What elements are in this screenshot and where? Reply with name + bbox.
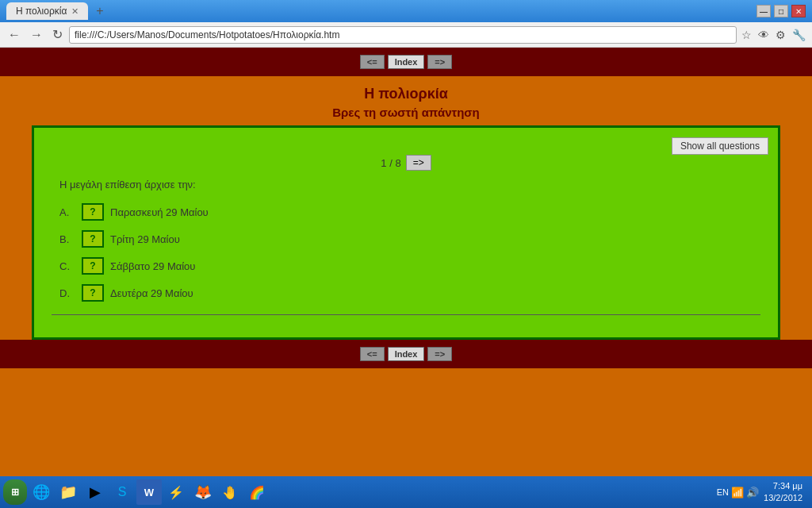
- tab-title: Η πολιορκία: [16, 6, 67, 17]
- page-title-area: Η πολιορκία Βρες τη σωστή απάντηση: [0, 76, 812, 125]
- clock-time: 7:34 μμ: [764, 480, 802, 492]
- address-bar[interactable]: [69, 26, 737, 44]
- answer-label-b: B.: [59, 233, 75, 245]
- bottom-next-button[interactable]: =>: [427, 347, 452, 361]
- page-subtitle: Βρες τη σωστή απάντηση: [0, 106, 812, 119]
- answer-label-a: A.: [59, 206, 75, 218]
- answer-button-c[interactable]: ?: [82, 257, 104, 275]
- question-navigation: 1 / 8 =>: [44, 155, 768, 171]
- taskbar-word-icon[interactable]: W: [136, 479, 162, 505]
- answer-text-d: Δευτέρα 29 Μαίου: [110, 287, 193, 299]
- answer-row-c: C. ? Σάββατο 29 Μαίου: [59, 257, 753, 275]
- answer-options: A. ? Παρασκευή 29 Μαίου B. ? Τρίτη 29 Μα…: [59, 203, 753, 302]
- show-all-questions-button[interactable]: Show all questions: [672, 137, 768, 155]
- navigation-bar: ← → ↻ ☆ 👁 ⚙ 🔧: [0, 22, 812, 48]
- bottom-prev-button[interactable]: <=: [360, 347, 385, 361]
- taskbar-skype-icon[interactable]: S: [109, 479, 135, 505]
- top-next-button[interactable]: =>: [427, 55, 452, 69]
- bookmark-star-icon[interactable]: ☆: [740, 27, 753, 43]
- system-tray: EN 📶 🔊 7:34 μμ 13/2/2012: [710, 480, 809, 505]
- browser-chrome: Η πολιορκία ✕ + — □ ✕ ← → ↻ ☆ 👁 ⚙ 🔧: [0, 0, 812, 48]
- forward-button[interactable]: →: [27, 27, 46, 43]
- bottom-index-button[interactable]: Index: [388, 347, 425, 361]
- answer-row-b: B. ? Τρίτη 29 Μαίου: [59, 230, 753, 248]
- page-content: <= Index => Η πολιορκία Βρες τη σωστή απ…: [0, 48, 812, 368]
- back-button[interactable]: ←: [5, 27, 24, 43]
- tab-close-icon[interactable]: ✕: [71, 6, 79, 17]
- tray-icons: EN 📶 🔊: [717, 487, 759, 498]
- page-main-title: Η πολιορκία: [0, 86, 812, 102]
- answer-button-a[interactable]: ?: [82, 203, 104, 221]
- system-clock: 7:34 μμ 13/2/2012: [764, 480, 802, 505]
- clock-date: 13/2/2012: [764, 492, 802, 504]
- taskbar-unknown-icon[interactable]: 🤚: [217, 479, 243, 505]
- question-next-button[interactable]: =>: [406, 155, 431, 171]
- maximize-button[interactable]: □: [774, 5, 788, 17]
- taskbar-explorer-icon[interactable]: 📁: [56, 479, 81, 505]
- refresh-button[interactable]: ↻: [49, 27, 66, 43]
- volume-icon: 🔊: [746, 487, 759, 498]
- windows-icon: ⊞: [11, 487, 19, 498]
- taskbar-chrome-icon[interactable]: 🌈: [244, 479, 270, 505]
- new-tab-button[interactable]: +: [91, 2, 108, 20]
- close-button[interactable]: ✕: [791, 5, 806, 17]
- bottom-navigation-bar: <= Index =>: [0, 340, 812, 368]
- settings-icon[interactable]: ⚙: [774, 27, 787, 43]
- taskbar-lightning-icon[interactable]: ⚡: [163, 479, 189, 505]
- answer-button-d[interactable]: ?: [82, 284, 104, 302]
- answer-text-a: Παρασκευή 29 Μαίου: [110, 206, 209, 218]
- wrench-icon[interactable]: 🔧: [791, 27, 807, 43]
- answer-text-c: Σάββατο 29 Μαίου: [110, 260, 195, 272]
- network-icon: 📶: [731, 487, 744, 498]
- question-counter: 1 / 8: [381, 157, 400, 169]
- taskbar-firefox-icon[interactable]: 🦊: [190, 479, 216, 505]
- nav-icons: ☆ 👁 ⚙ 🔧: [740, 27, 807, 43]
- start-button[interactable]: ⊞: [3, 479, 27, 505]
- minimize-button[interactable]: —: [756, 5, 771, 17]
- answer-button-b[interactable]: ?: [82, 230, 104, 248]
- top-index-button[interactable]: Index: [388, 55, 425, 69]
- question-text: Η μεγάλη επίθεση άρχισε την:: [59, 179, 753, 190]
- answer-label-c: C.: [59, 260, 75, 272]
- eye-icon[interactable]: 👁: [756, 27, 771, 43]
- answer-text-b: Τρίτη 29 Μαίου: [110, 233, 180, 245]
- top-navigation-bar: <= Index =>: [0, 48, 812, 76]
- top-prev-button[interactable]: <=: [360, 55, 385, 69]
- title-bar: Η πολιορκία ✕ + — □ ✕: [0, 0, 812, 22]
- taskbar: ⊞ 🌐 📁 ▶ S W ⚡ 🦊 🤚 🌈 EN 📶 🔊 7:34 μμ 13/2/…: [0, 476, 812, 508]
- lang-indicator: EN: [717, 487, 729, 497]
- taskbar-media-icon[interactable]: ▶: [82, 479, 108, 505]
- quiz-container: Show all questions 1 / 8 => Η μεγάλη επί…: [32, 125, 780, 340]
- browser-tab[interactable]: Η πολιορκία ✕: [6, 2, 88, 20]
- answer-row-d: D. ? Δευτέρα 29 Μαίου: [59, 284, 753, 302]
- answer-row-a: A. ? Παρασκευή 29 Μαίου: [59, 203, 753, 221]
- taskbar-ie-icon[interactable]: 🌐: [29, 479, 54, 505]
- answer-label-d: D.: [59, 287, 75, 299]
- divider: [52, 314, 760, 315]
